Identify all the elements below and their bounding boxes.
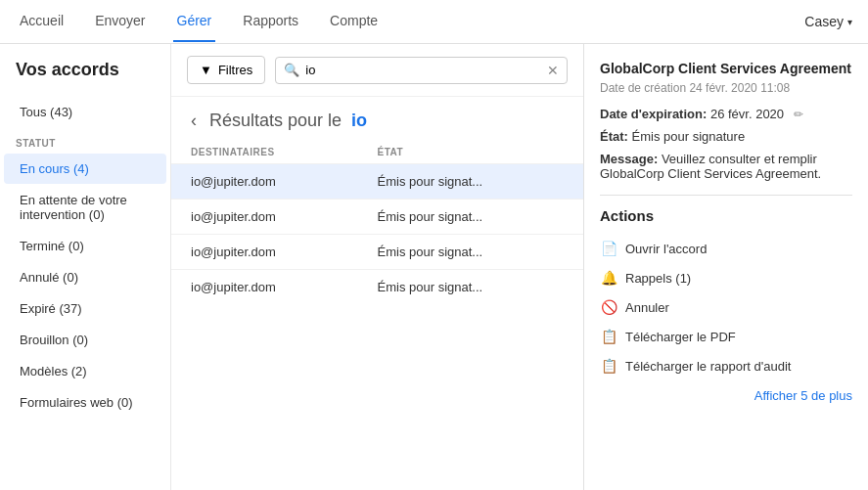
table-row[interactable]: io@jupiter.dom Émis pour signat... [171, 199, 583, 234]
action-download-pdf[interactable]: 📋 Télécharger le PDF [600, 322, 852, 351]
detail-panel: GlobalCorp Client Services Agreement Dat… [584, 44, 868, 490]
sidebar-item-brouillon[interactable]: Brouillon (0) [4, 325, 166, 355]
created-date: 24 févr. 2020 11:08 [689, 81, 790, 95]
detail-created: Date de création 24 févr. 2020 11:08 [600, 81, 852, 95]
action-cancel[interactable]: 🚫 Annuler [600, 292, 852, 322]
content-area: ▼ Filtres 🔍 ✕ ‹ Résultats pour le io DES… [171, 44, 584, 490]
results-prefix: Résultats pour le [209, 111, 342, 130]
action-download-pdf-label: Télécharger le PDF [625, 330, 736, 344]
action-cancel-label: Annuler [625, 300, 669, 315]
sidebar-item-formulaires[interactable]: Formulaires web (0) [4, 387, 166, 418]
sidebar-title: Vos accords [0, 60, 170, 96]
expiry-value: 26 févr. 2020 [710, 107, 784, 121]
created-label: Date de création [600, 81, 686, 95]
sidebar: Vos accords Tous (43) STATUT En cours (4… [0, 44, 171, 490]
user-menu[interactable]: Casey [804, 14, 852, 29]
action-reminders-label: Rappels (1) [625, 271, 691, 286]
state-value: Émis pour signature [632, 129, 746, 144]
action-open-label: Ouvrir l'accord [625, 242, 707, 256]
nav-envoyer[interactable]: Envoyer [91, 1, 149, 42]
sidebar-item-termine[interactable]: Terminé (0) [4, 231, 166, 261]
nav-items: Accueil Envoyer Gérer Rapports Compte [16, 1, 804, 42]
table-row[interactable]: io@jupiter.dom Émis pour signat... [171, 163, 583, 199]
action-reminders[interactable]: 🔔 Rappels (1) [600, 263, 852, 292]
sidebar-item-annule[interactable]: Annulé (0) [4, 262, 166, 292]
detail-expiry: Date d'expiration: 26 févr. 2020 ✏ [600, 107, 852, 121]
detail-message: Message: Veuillez consulter et remplir G… [600, 152, 852, 181]
cell-status: Émis pour signat... [378, 280, 565, 294]
nav-rapports[interactable]: Rapports [239, 1, 302, 42]
search-input-wrapper: 🔍 ✕ [275, 57, 568, 84]
col-header-status: ÉTAT [378, 147, 565, 157]
cancel-icon: 🚫 [600, 298, 617, 316]
top-nav: Accueil Envoyer Gérer Rapports Compte Ca… [0, 0, 868, 44]
back-arrow[interactable]: ‹ [191, 111, 197, 130]
results-table: DESTINATAIRES ÉTAT io@jupiter.dom Émis p… [171, 141, 583, 490]
search-clear-button[interactable]: ✕ [547, 63, 559, 78]
pdf-icon: 📋 [600, 328, 617, 345]
sidebar-item-tous[interactable]: Tous (43) [4, 97, 166, 127]
sidebar-item-modeles[interactable]: Modèles (2) [4, 356, 166, 386]
show-more-link[interactable]: Afficher 5 de plus [600, 388, 852, 403]
cell-recipient: io@jupiter.dom [191, 280, 378, 294]
search-bar: ▼ Filtres 🔍 ✕ [171, 44, 583, 97]
cell-status: Émis pour signat... [378, 174, 565, 189]
divider [600, 195, 852, 196]
state-label: État: [600, 129, 628, 144]
sidebar-item-en-cours[interactable]: En cours (4) [4, 154, 166, 184]
sidebar-item-expire[interactable]: Expiré (37) [4, 293, 166, 324]
message-label: Message: [600, 152, 658, 166]
filter-label: Filtres [218, 63, 252, 77]
sidebar-item-attente[interactable]: En attente de votre intervention (0) [4, 185, 166, 230]
cell-status: Émis pour signat... [378, 209, 565, 224]
action-download-audit-label: Télécharger le rapport d'audit [625, 359, 791, 374]
action-download-audit[interactable]: 📋 Télécharger le rapport d'audit [600, 351, 852, 380]
edit-expiry-icon[interactable]: ✏ [794, 108, 803, 121]
search-keyword: io [351, 111, 367, 130]
nav-gerer[interactable]: Gérer [173, 1, 216, 42]
table-row[interactable]: io@jupiter.dom Émis pour signat... [171, 269, 583, 304]
detail-state: État: Émis pour signature [600, 129, 852, 144]
document-icon: 📄 [600, 240, 617, 257]
detail-title: GlobalCorp Client Services Agreement [600, 60, 852, 77]
results-header: ‹ Résultats pour le io [171, 97, 583, 141]
cell-status: Émis pour signat... [378, 245, 565, 259]
cell-recipient: io@jupiter.dom [191, 209, 378, 224]
table-row[interactable]: io@jupiter.dom Émis pour signat... [171, 234, 583, 269]
filter-icon: ▼ [200, 63, 212, 77]
search-input[interactable] [305, 63, 541, 77]
filter-button[interactable]: ▼ Filtres [187, 56, 265, 84]
cell-recipient: io@jupiter.dom [191, 174, 378, 189]
expiry-label: Date d'expiration: [600, 107, 707, 121]
nav-compte[interactable]: Compte [326, 1, 382, 42]
actions-title: Actions [600, 207, 852, 224]
nav-accueil[interactable]: Accueil [16, 1, 68, 42]
sidebar-section-statut: STATUT [0, 128, 170, 153]
search-icon: 🔍 [284, 63, 299, 77]
main-container: Vos accords Tous (43) STATUT En cours (4… [0, 44, 868, 490]
table-header: DESTINATAIRES ÉTAT [171, 141, 583, 163]
action-open[interactable]: 📄 Ouvrir l'accord [600, 234, 852, 263]
cell-recipient: io@jupiter.dom [191, 245, 378, 259]
audit-icon: 📋 [600, 357, 617, 375]
bell-icon: 🔔 [600, 269, 617, 287]
col-header-recipient: DESTINATAIRES [191, 147, 378, 157]
